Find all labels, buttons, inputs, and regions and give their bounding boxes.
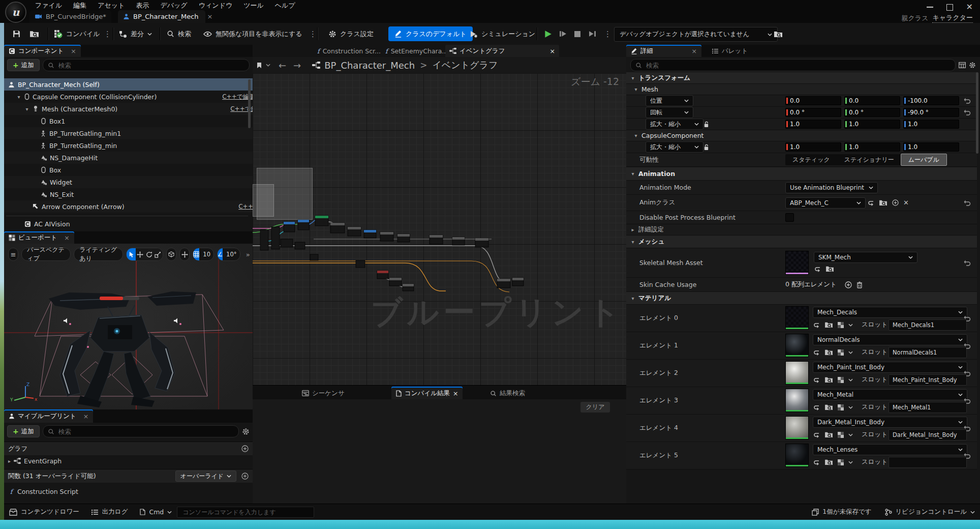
chevron-down-icon[interactable]	[848, 351, 853, 354]
asset-tab-character-mech[interactable]: BP_Character_Mech ×	[118, 10, 205, 23]
rotation-snap-toggle[interactable]: ∠ 10°	[217, 248, 240, 261]
material-asset-dropdown[interactable]: Mech_Decals	[813, 307, 967, 318]
tab-construction-script[interactable]: f Construction Scr...	[313, 45, 385, 57]
asset-tab-curvedbridge[interactable]: BP_CurvedBridge*	[29, 10, 111, 23]
add-graph-icon[interactable]	[241, 445, 249, 452]
collapse-caret-icon[interactable]: ▸	[8, 458, 11, 464]
material-asset-dropdown[interactable]: NormalDecals	[813, 334, 967, 345]
plus-circle-icon[interactable]	[892, 199, 899, 206]
rotation-y-field[interactable]: 0.0 °	[844, 108, 900, 117]
texture-options-icon[interactable]	[838, 404, 844, 410]
material-asset-dropdown[interactable]: Mech_Metal	[813, 389, 967, 400]
play-options-icon[interactable]: ⋮	[604, 27, 611, 41]
parent-class-link[interactable]: キャラクター	[932, 13, 973, 23]
mobility-static-button[interactable]: スタティック	[785, 154, 837, 165]
reset-icon[interactable]	[964, 200, 971, 206]
texture-options-icon[interactable]	[838, 322, 844, 328]
material-slot-field[interactable]: Dark_Metal_Inst_Body	[889, 429, 967, 440]
tab-close-icon[interactable]: ×	[692, 47, 697, 55]
myblueprint-search[interactable]	[43, 425, 239, 437]
functions-section-header[interactable]: 関数 (31 オーバーライド可能) オーバーライド	[4, 469, 253, 483]
material-thumbnail[interactable]	[785, 444, 809, 467]
menu-debug[interactable]: デバッグ	[155, 0, 193, 11]
nav-back-icon[interactable]: ←	[279, 60, 286, 71]
save-button[interactable]	[12, 27, 21, 41]
menu-help[interactable]: ヘルプ	[269, 0, 301, 11]
scale-y-field[interactable]: 1.0	[844, 120, 900, 129]
tab-components[interactable]: コンポーネント×	[4, 45, 81, 57]
menu-view[interactable]: 表示	[130, 0, 155, 11]
rotate-tool-icon[interactable]	[144, 248, 154, 260]
disable-postprocess-checkbox[interactable]	[785, 213, 794, 222]
reset-icon[interactable]	[964, 260, 971, 266]
material-asset-dropdown[interactable]: Dark_Metal_Inst_Body	[813, 417, 967, 428]
breadcrumb-root[interactable]: BP_Character_Mech	[324, 60, 415, 71]
components-search-input[interactable]	[57, 61, 244, 70]
materials-section-header[interactable]: ▾マテリアル	[626, 292, 977, 305]
expand-caret-icon[interactable]: ▾	[16, 94, 21, 100]
diff-button[interactable]: 差分	[119, 27, 152, 41]
material-asset-dropdown[interactable]: Mech_Paint_Inst_Body	[813, 362, 967, 373]
material-thumbnail[interactable]	[785, 306, 809, 330]
use-selected-icon[interactable]	[813, 349, 820, 356]
animation-section-header[interactable]: ▾Animation	[626, 167, 977, 181]
menu-window[interactable]: ウィンドウ	[193, 0, 238, 11]
rotation-x-field[interactable]: 0.0 °	[785, 108, 841, 117]
viewport-3d-canvas[interactable]: Z Y x ≡ パースペクティブ ライティングあり 10 ∠ 10°	[4, 244, 253, 409]
tab-close-icon[interactable]: ×	[207, 13, 213, 20]
grid-snap-toggle[interactable]: 10	[193, 248, 213, 261]
gear-icon[interactable]	[242, 428, 250, 435]
toolbar-overflow-icon[interactable]: »	[243, 248, 253, 260]
nav-forward-icon[interactable]: →	[293, 60, 301, 71]
material-asset-dropdown[interactable]: Mech_Lenses	[813, 444, 967, 455]
rotation-dropdown[interactable]: 回転	[646, 107, 693, 118]
use-selected-icon[interactable]	[813, 432, 820, 438]
debug-object-dropdown[interactable]: デバッグオブジェクトが選択されていません	[614, 27, 778, 42]
use-selected-icon[interactable]	[813, 377, 820, 383]
minimize-icon[interactable]	[927, 7, 933, 8]
perspective-dropdown[interactable]: パースペクティブ	[21, 248, 71, 261]
eject-button[interactable]	[589, 27, 596, 41]
capsule-scale-z-field[interactable]: 1.0	[903, 142, 959, 152]
components-scrollbar[interactable]	[248, 79, 251, 128]
use-selected-icon[interactable]	[814, 266, 821, 272]
reset-icon[interactable]	[964, 98, 971, 104]
mobility-stationary-button[interactable]: ステイショナリー	[837, 154, 901, 165]
capsule-scale-y-field[interactable]: 1.0	[844, 142, 900, 152]
tab-viewport[interactable]: ビューポート×	[4, 231, 74, 244]
tree-row-aivision[interactable]: AC AIVision	[4, 218, 268, 230]
add-function-icon[interactable]	[241, 473, 249, 480]
class-defaults-button[interactable]: クラスのデフォルト	[388, 26, 473, 41]
myblueprint-search-input[interactable]	[57, 427, 234, 436]
tree-row-nsexit[interactable]: NS_Exit	[4, 188, 285, 200]
material-slot-field[interactable]: Mech_Decals1	[889, 319, 967, 331]
settings-gear-icon[interactable]	[969, 62, 976, 69]
capsule-scale-x-field[interactable]: 1.0	[785, 142, 841, 152]
material-slot-field[interactable]	[889, 457, 967, 468]
mesh-subsection-header[interactable]: ▾Mesh	[626, 84, 977, 95]
add-component-button[interactable]: +追加	[7, 59, 40, 71]
location-z-field[interactable]: -100.0	[903, 96, 959, 105]
stop-button[interactable]	[574, 27, 580, 41]
clear-icon[interactable]: ✕	[903, 199, 909, 207]
chevron-down-icon[interactable]	[848, 324, 853, 327]
tab-close-icon[interactable]: ×	[64, 234, 69, 242]
use-selected-icon[interactable]	[813, 322, 820, 328]
scale-dropdown[interactable]: 拡大・縮小	[646, 119, 703, 130]
viewport-menu-icon[interactable]: ≡	[8, 248, 18, 261]
chevron-down-icon[interactable]	[848, 461, 853, 464]
browse-icon[interactable]	[824, 404, 833, 410]
tab-close-icon[interactable]: ×	[550, 47, 555, 55]
location-x-field[interactable]: 0.0	[785, 96, 841, 105]
tab-details[interactable]: 詳細×	[626, 45, 701, 57]
console-command-input[interactable]	[181, 508, 310, 516]
details-search[interactable]	[630, 59, 956, 71]
tab-eventgraph[interactable]: イベントグラフ ×	[445, 45, 559, 57]
tab-compiler-results[interactable]: コンパイル結果 ×	[391, 387, 463, 400]
cmd-dropdown[interactable]: Cmd	[140, 508, 172, 516]
reset-icon[interactable]	[964, 398, 971, 404]
skeletal-mesh-dropdown[interactable]: SKM_Mech	[814, 252, 917, 263]
clear-button[interactable]: クリア	[580, 402, 610, 413]
event-graph-canvas[interactable]: ズーム -12 ブループリント	[253, 73, 626, 385]
tree-row-self[interactable]: BP_Character_Mech (Self)	[4, 78, 257, 91]
